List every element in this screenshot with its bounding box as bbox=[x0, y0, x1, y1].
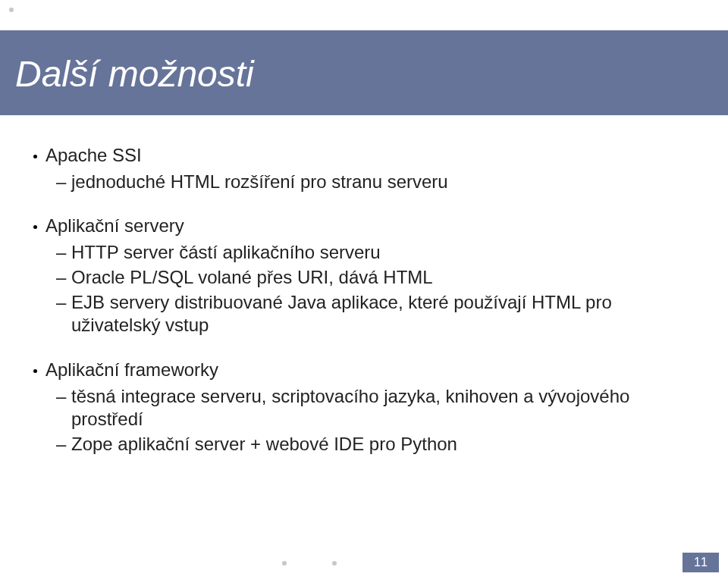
dash-icon: – bbox=[56, 385, 66, 409]
decor-dot bbox=[332, 561, 337, 566]
bullet-l1-label: Apache SSI bbox=[46, 145, 142, 165]
decor-dot bbox=[282, 561, 287, 566]
bullet-l2-label: Zope aplikační server + webové IDE pro P… bbox=[71, 434, 457, 454]
bullet-l2-label: Oracle PL/SQL volané přes URI, dává HTML bbox=[71, 267, 433, 287]
bullet-l2-label: HTTP server částí aplikačního serveru bbox=[71, 242, 381, 262]
bullet-l1: Apache SSI bbox=[46, 144, 698, 168]
bullet-l2: – Oracle PL/SQL volané přes URI, dává HT… bbox=[71, 266, 698, 290]
bullet-l2-label: EJB servery distribuované Java aplikace,… bbox=[71, 292, 612, 336]
dash-icon: – bbox=[56, 291, 66, 315]
bullet-dot-icon bbox=[33, 369, 37, 373]
bullet-dot-icon bbox=[33, 225, 37, 229]
bullet-l2: – HTTP server částí aplikačního serveru bbox=[71, 241, 698, 265]
dash-icon: – bbox=[56, 241, 66, 265]
bullet-l2: – jednoduché HTML rozšíření pro stranu s… bbox=[71, 171, 698, 194]
page-number-badge: 11 bbox=[682, 553, 719, 572]
title-banner: Další možnosti bbox=[0, 30, 728, 115]
page-title: Další možnosti bbox=[15, 53, 254, 95]
slide-content: Apache SSI – jednoduché HTML rozšíření p… bbox=[30, 144, 698, 458]
bullet-dot-icon bbox=[33, 155, 37, 158]
bullet-l2: – těsná integrace serveru, scriptovacího… bbox=[71, 385, 698, 431]
dash-icon: – bbox=[56, 171, 66, 194]
bullet-l2-label: těsná integrace serveru, scriptovacího j… bbox=[71, 386, 629, 430]
bullet-l1: Aplikační servery bbox=[46, 215, 698, 238]
bullet-l2: – EJB servery distribuované Java aplikac… bbox=[71, 291, 698, 337]
bullet-l2-label: jednoduché HTML rozšíření pro stranu ser… bbox=[71, 171, 448, 192]
decor-dot bbox=[9, 8, 14, 12]
bullet-l2: – Zope aplikační server + webové IDE pro… bbox=[71, 433, 698, 456]
bullet-l1-label: Aplikační frameworky bbox=[46, 359, 218, 380]
dash-icon: – bbox=[56, 433, 66, 456]
page-number: 11 bbox=[694, 556, 708, 569]
bullet-l1-label: Aplikační servery bbox=[46, 215, 184, 236]
bullet-l1: Aplikační frameworky bbox=[46, 359, 698, 382]
dash-icon: – bbox=[56, 266, 66, 290]
